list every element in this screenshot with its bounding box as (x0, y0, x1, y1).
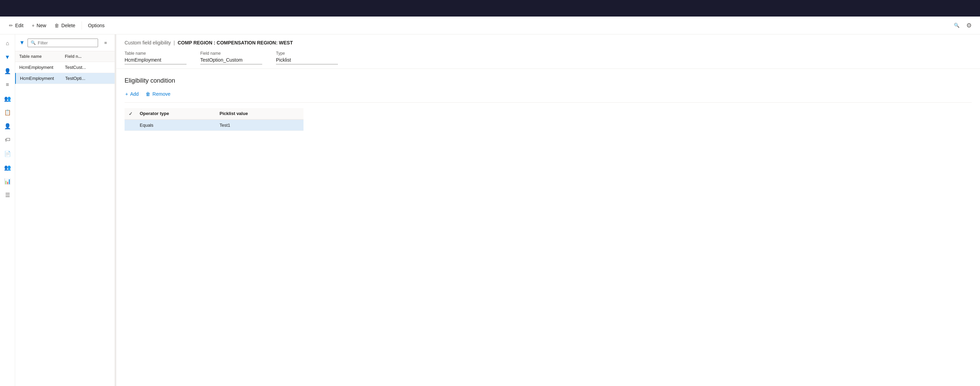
settings-button[interactable]: ⚙ (964, 20, 975, 31)
nav-menu2-icon[interactable]: ☰ (2, 189, 14, 201)
filter-search-icon: 🔍 (30, 40, 36, 45)
list-cell-field-name: TestOpti... (65, 76, 111, 81)
field-name-label: Field name (200, 51, 262, 56)
top-bar (0, 0, 980, 16)
remove-icon: 🗑 (146, 91, 150, 97)
eligibility-section: Eligibility condition + Add 🗑 Remove ✓ O… (116, 69, 980, 139)
eligibility-row[interactable]: Equals Test1 (124, 120, 304, 131)
nav-filter-icon[interactable]: ▼ (2, 51, 14, 63)
filter-input-wrap: 🔍 (27, 38, 98, 47)
column-toggle-button[interactable]: ≡ (101, 38, 110, 48)
eligibility-table: ✓ Operator type Picklist value Equals Te… (124, 108, 304, 131)
eligibility-toolbar: + Add 🗑 Remove (124, 90, 972, 103)
search-icon: 🔍 (954, 23, 960, 28)
edit-label: Edit (15, 23, 24, 28)
record-title: COMP REGION : COMPENSATION REGION: WEST (178, 40, 293, 45)
search-button[interactable]: 🔍 (951, 20, 962, 31)
nav-tag-icon[interactable]: 🏷 (2, 134, 14, 146)
options-label: Options (88, 23, 105, 28)
main-layout: ⌂ ▼ 👤 ≡ 👥 📋 👤 🏷 📄 👥 📊 ☰ ▼ 🔍 ≡ Table name… (0, 34, 980, 386)
nav-group2-icon[interactable]: 👥 (2, 161, 14, 174)
nav-lines-icon[interactable]: ≡ (2, 78, 14, 91)
left-nav: ⌂ ▼ 👤 ≡ 👥 📋 👤 🏷 📄 👥 📊 ☰ (0, 34, 15, 386)
list-panel: ▼ 🔍 ≡ Table name Field n... HcmEmploymen… (15, 34, 115, 386)
edit-icon: ✏ (9, 23, 13, 28)
nav-home-icon[interactable]: ⌂ (2, 37, 14, 49)
content-header: Custom field eligibility | COMP REGION :… (116, 34, 980, 69)
list-cell-table-name: HcmEmployment (20, 76, 65, 81)
settings-icon: ⚙ (966, 22, 972, 29)
breadcrumb-row: Custom field eligibility | COMP REGION :… (124, 40, 972, 45)
picklist-value-cell: Test1 (220, 123, 299, 128)
check-col-header: ✓ (129, 111, 140, 116)
section-title: Eligibility condition (124, 77, 972, 85)
list-table-header: Table name Field n... (15, 51, 115, 62)
edit-button[interactable]: ✏ Edit (5, 21, 27, 30)
picklist-value-col-header: Picklist value (220, 111, 299, 116)
list-cell-field-name: TestCust... (65, 65, 111, 70)
delete-label: Delete (61, 23, 75, 28)
nav-doc-icon[interactable]: 📄 (2, 147, 14, 160)
content-area: Custom field eligibility | COMP REGION :… (116, 34, 980, 386)
breadcrumb: Custom field eligibility (124, 40, 171, 45)
add-label: Add (130, 91, 139, 97)
list-panel-header: ▼ 🔍 ≡ (15, 34, 115, 51)
nav-list-icon[interactable]: 📋 (2, 106, 14, 118)
list-rows: HcmEmployment TestCust... HcmEmployment … (15, 62, 115, 386)
add-icon: + (125, 91, 128, 97)
type-value: Picklist (276, 57, 338, 64)
nav-group-icon[interactable]: 👥 (2, 92, 14, 105)
col-field-name-header: Field n... (65, 54, 111, 59)
field-group-table-name: Table name HcmEmployment (124, 51, 186, 64)
type-label: Type (276, 51, 338, 56)
col-table-name-header: Table name (19, 54, 65, 59)
field-name-value: TestOption_Custom (200, 57, 262, 64)
elig-table-header: ✓ Operator type Picklist value (124, 108, 304, 120)
list-cell-table-name: HcmEmployment (19, 65, 65, 70)
options-button[interactable]: Options (85, 21, 108, 30)
nav-person2-icon[interactable]: 👤 (2, 120, 14, 132)
nav-person-icon[interactable]: 👤 (2, 65, 14, 77)
new-label: New (37, 23, 46, 28)
remove-label: Remove (153, 91, 170, 97)
delete-icon: 🗑 (54, 23, 59, 28)
remove-button[interactable]: 🗑 Remove (145, 90, 171, 98)
table-name-label: Table name (124, 51, 186, 56)
operator-type-cell: Equals (140, 123, 220, 128)
list-row[interactable]: HcmEmployment TestOpti... (15, 73, 115, 84)
operator-type-col-header: Operator type (140, 111, 220, 116)
table-name-value: HcmEmployment (124, 57, 186, 64)
field-group-field-name: Field name TestOption_Custom (200, 51, 262, 64)
filter-input[interactable] (38, 40, 95, 45)
list-row[interactable]: HcmEmployment TestCust... (15, 62, 115, 73)
field-group-type: Type Picklist (276, 51, 338, 64)
toolbar-separator (81, 21, 82, 30)
breadcrumb-separator: | (174, 40, 175, 45)
fields-row: Table name HcmEmployment Field name Test… (124, 51, 972, 64)
add-button[interactable]: + Add (124, 90, 139, 98)
toolbar: ✏ Edit + New 🗑 Delete Options 🔍 ⚙ (0, 16, 980, 34)
new-button[interactable]: + New (28, 21, 49, 30)
delete-button[interactable]: 🗑 Delete (51, 21, 78, 30)
nav-chart-icon[interactable]: 📊 (2, 175, 14, 187)
new-icon: + (32, 23, 34, 28)
panel-filter-icon[interactable]: ▼ (19, 40, 25, 46)
column-toggle-icon: ≡ (104, 40, 107, 45)
